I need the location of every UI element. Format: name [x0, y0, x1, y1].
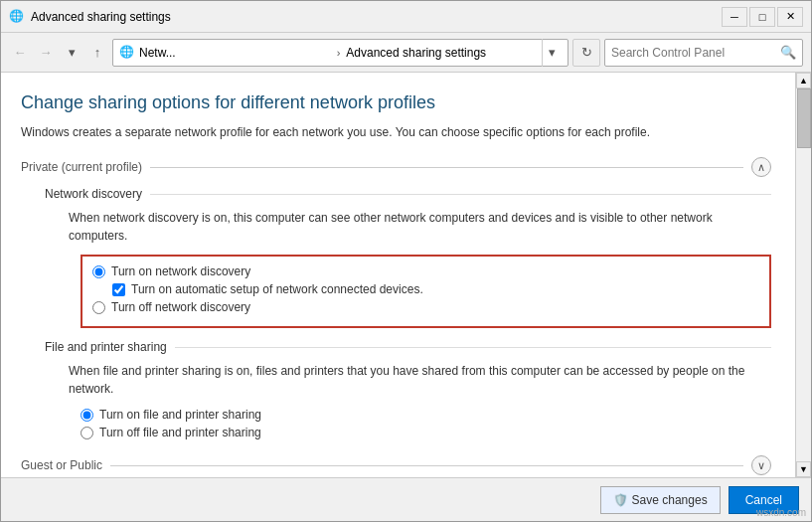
nd-options-group: Turn on network discovery Turn on automa… [81, 255, 771, 328]
content-pane: Change sharing options for different net… [1, 73, 795, 477]
subsection-label-fs: File and printer sharing [45, 340, 167, 354]
dropdown-button[interactable]: ▾ [61, 42, 82, 64]
nd-off-option: Turn off network discovery [92, 300, 759, 314]
section-toggle-guest[interactable]: ∨ [751, 455, 771, 475]
page-subtitle: Windows creates a separate network profi… [21, 123, 771, 141]
nd-auto-option: Turn on automatic setup of network conne… [112, 282, 759, 296]
scroll-down-button[interactable]: ▼ [796, 461, 811, 477]
breadcrumb-current: Advanced sharing settings [346, 46, 538, 60]
subsection-network-discovery: Network discovery When network discovery… [45, 187, 771, 328]
nd-off-radio[interactable] [92, 301, 105, 314]
fs-off-option: Turn off file and printer sharing [81, 426, 771, 439]
fs-description: When file and printer sharing is on, fil… [69, 362, 771, 398]
section-guest: Guest or Public ∨ [21, 455, 771, 475]
nd-off-label: Turn off network discovery [111, 300, 250, 314]
subsection-header-fs: File and printer sharing [45, 340, 771, 354]
title-bar: 🌐 Advanced sharing settings ─ □ ✕ [1, 1, 811, 33]
section-label-guest: Guest or Public [21, 458, 102, 472]
back-button[interactable]: ← [9, 42, 31, 64]
nd-on-option: Turn on network discovery [92, 264, 759, 278]
window-icon: 🌐 [9, 9, 25, 25]
save-icon: 🛡️ [613, 493, 628, 507]
refresh-button[interactable]: ↻ [572, 39, 600, 67]
section-line-guest [110, 465, 743, 466]
window-title: Advanced sharing settings [31, 10, 722, 24]
subsection-header-nd: Network discovery [45, 187, 771, 201]
nd-on-label: Turn on network discovery [111, 264, 250, 278]
search-icon[interactable]: 🔍 [780, 45, 796, 60]
nd-auto-checkbox[interactable] [112, 283, 125, 296]
address-dropdown-button[interactable]: ▾ [542, 39, 562, 67]
title-bar-controls: ─ □ ✕ [722, 7, 803, 27]
minimize-button[interactable]: ─ [722, 7, 747, 27]
section-toggle-private[interactable]: ∧ [751, 157, 771, 177]
fs-on-label: Turn on file and printer sharing [99, 408, 261, 422]
subsection-line-nd [150, 194, 771, 195]
breadcrumb-network: Netw... [139, 46, 331, 60]
fs-on-option: Turn on file and printer sharing [81, 408, 771, 422]
maximize-button[interactable]: □ [749, 7, 775, 27]
nd-description: When network discovery is on, this compu… [69, 209, 771, 245]
subsection-label-nd: Network discovery [45, 187, 142, 201]
section-private: Private (current profile) ∧ Network disc… [21, 157, 771, 439]
nd-on-radio[interactable] [92, 265, 105, 278]
up-button[interactable]: ↑ [86, 42, 108, 64]
fs-on-radio[interactable] [81, 409, 93, 422]
footer: 🛡️ Save changes Cancel [1, 477, 811, 521]
close-button[interactable]: ✕ [777, 7, 803, 27]
main-area: Change sharing options for different net… [1, 73, 811, 477]
search-box[interactable]: 🔍 [604, 39, 803, 67]
scrollbar: ▲ ▼ [795, 73, 811, 477]
search-input[interactable] [611, 46, 780, 60]
nd-auto-label: Turn on automatic setup of network conne… [131, 282, 423, 296]
section-header-private: Private (current profile) ∧ [21, 157, 771, 177]
fs-off-label: Turn off file and printer sharing [99, 426, 261, 439]
scroll-up-button[interactable]: ▲ [796, 73, 811, 88]
fs-off-radio[interactable] [81, 427, 93, 439]
section-line-private [150, 167, 743, 168]
page-title: Change sharing options for different net… [21, 92, 771, 113]
breadcrumb-icon: 🌐 [119, 45, 135, 61]
save-label: Save changes [632, 493, 708, 507]
scroll-thumb[interactable] [797, 88, 811, 148]
subsection-line-fs [175, 347, 771, 348]
subsection-file-sharing: File and printer sharing When file and p… [45, 340, 771, 439]
section-header-guest: Guest or Public ∨ [21, 455, 771, 475]
address-box[interactable]: 🌐 Netw... › Advanced sharing settings ▾ [112, 39, 568, 67]
window: 🌐 Advanced sharing settings ─ □ ✕ ← → ▾ … [0, 0, 812, 522]
watermark: wsxdn.com [756, 507, 806, 518]
forward-button[interactable]: → [35, 42, 57, 64]
address-bar: ← → ▾ ↑ 🌐 Netw... › Advanced sharing set… [1, 33, 811, 73]
breadcrumb-separator: › [337, 47, 341, 59]
save-button[interactable]: 🛡️ Save changes [600, 486, 721, 514]
fs-options-group: Turn on file and printer sharing Turn of… [81, 408, 771, 439]
scroll-track [796, 88, 811, 461]
section-label-private: Private (current profile) [21, 160, 142, 174]
